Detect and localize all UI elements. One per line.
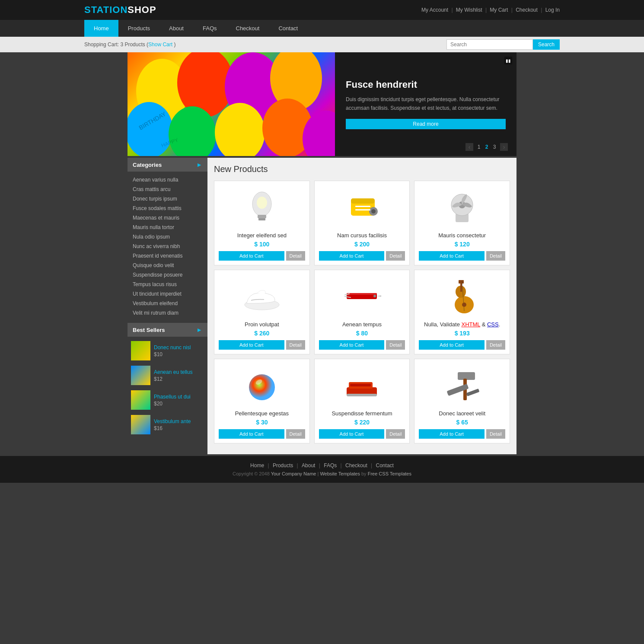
add-to-cart-button[interactable]: Add to Cart (219, 340, 284, 350)
add-to-cart-button[interactable]: Add to Cart (419, 251, 485, 261)
product-image (219, 363, 305, 407)
footer-link-contact[interactable]: Contact (376, 462, 394, 469)
slider-description: Duis dignissim tincidunt turpis eget pel… (346, 96, 506, 112)
detail-button[interactable]: Detail (286, 429, 305, 439)
category-link[interactable]: Nula odio ipsum (128, 232, 207, 242)
category-item: Tempus lacus risus (128, 280, 207, 289)
svg-rect-26 (347, 293, 377, 295)
nav-faqs[interactable]: FAQs (193, 20, 226, 37)
free-css-link[interactable]: Free CSS Templates (368, 471, 411, 476)
my-account-link[interactable]: My Account (421, 7, 448, 13)
bestseller-thumb (131, 341, 150, 360)
svg-rect-42 (347, 394, 377, 396)
toolbar: Shopping Cart: 3 Products (Show Cart ) S… (0, 37, 644, 52)
product-price: $ 260 (219, 330, 305, 337)
bestseller-info: Phasellus ut dui $20 (154, 394, 191, 407)
product-actions: Add to Cart Detail (219, 429, 305, 439)
category-link[interactable]: Nunc ac viverra nibh (128, 242, 207, 251)
category-item: Praesent id venenatis (128, 251, 207, 261)
detail-button[interactable]: Detail (486, 340, 505, 350)
add-to-cart-button[interactable]: Add to Cart (219, 429, 284, 439)
detail-button[interactable]: Detail (286, 340, 305, 350)
detail-button[interactable]: Detail (486, 251, 505, 261)
templates-link[interactable]: Website Templates (320, 471, 360, 476)
nav-products[interactable]: Products (118, 20, 159, 37)
login-link[interactable]: Log In (545, 7, 560, 13)
bestseller-name[interactable]: Phasellus ut dui (154, 394, 191, 400)
detail-button[interactable]: Detail (386, 340, 405, 350)
products-area: New Products Integer eleifend sed $ 100 … (207, 158, 516, 454)
bestseller-name[interactable]: Aenean eu tellus (154, 369, 192, 375)
product-actions: Add to Cart Detail (319, 429, 405, 439)
footer-link-about[interactable]: About (302, 462, 315, 469)
slider-dot-2[interactable]: 2 (484, 144, 490, 150)
checkout-header-link[interactable]: Checkout (516, 7, 538, 13)
slider-dot-3[interactable]: 3 (491, 144, 497, 150)
add-to-cart-button[interactable]: Add to Cart (319, 340, 385, 350)
product-actions: Add to Cart Detail (219, 251, 305, 261)
detail-button[interactable]: Detail (286, 251, 305, 261)
footer-link-home[interactable]: Home (250, 462, 264, 469)
product-image (219, 185, 305, 229)
bestsellers-list: Donec nunc nisl $10 Aenean eu tellus $12… (128, 337, 207, 444)
footer-link-checkout[interactable]: Checkout (345, 462, 367, 469)
detail-button[interactable]: Detail (386, 251, 405, 261)
product-card: Suspendisse fermentum $ 220 Add to Cart … (314, 359, 410, 443)
product-actions: Add to Cart Detail (219, 340, 305, 350)
add-to-cart-button[interactable]: Add to Cart (319, 429, 385, 439)
footer-link-products[interactable]: Products (273, 462, 293, 469)
detail-button[interactable]: Detail (486, 429, 505, 439)
bestseller-info: Vestibulum ante $16 (154, 418, 191, 431)
category-link[interactable]: Tempus lacus risus (128, 280, 207, 289)
product-name: Nam cursus facilisis (319, 232, 405, 239)
slider-dot-1[interactable]: 1 (476, 144, 482, 150)
category-link[interactable]: Donec turpis ipsum (128, 194, 207, 204)
category-item: Suspendisse posuere (128, 270, 207, 280)
footer-link-faqs[interactable]: FAQs (324, 462, 337, 469)
category-link[interactable]: Ut tincidunt imperdiet (128, 289, 207, 299)
show-cart-link[interactable]: Show Cart (148, 41, 172, 48)
read-more-button[interactable]: Read more (346, 119, 506, 129)
detail-button[interactable]: Detail (386, 429, 405, 439)
category-link[interactable]: Vestibulum eleifend (128, 299, 207, 308)
product-actions: Add to Cart Detail (419, 340, 505, 350)
my-cart-link[interactable]: My Cart (490, 7, 508, 13)
categories-box: Categories ► Aenean varius nullaCras mat… (128, 158, 207, 321)
add-to-cart-button[interactable]: Add to Cart (419, 429, 485, 439)
product-price: $ 220 (319, 419, 405, 426)
category-link[interactable]: Praesent id venenatis (128, 251, 207, 261)
slider-next-arrow[interactable]: › (500, 143, 508, 151)
slider-pause-button[interactable]: ▮▮ (504, 57, 512, 64)
my-wishlist-link[interactable]: My Wishlist (456, 7, 482, 13)
bestseller-price: $16 (154, 425, 163, 431)
category-link[interactable]: Cras mattis arcu (128, 185, 207, 194)
company-link[interactable]: Your Company Name (271, 471, 316, 476)
category-item: Cras mattis arcu (128, 185, 207, 194)
category-link[interactable]: Maecenas et mauris (128, 213, 207, 223)
search-input[interactable] (446, 39, 533, 50)
category-link[interactable]: Quisque odio velit (128, 261, 207, 270)
category-link[interactable]: Suspendisse posuere (128, 270, 207, 280)
category-link[interactable]: Aenean varius nulla (128, 175, 207, 185)
product-price: $ 30 (219, 419, 305, 426)
nav-home[interactable]: Home (84, 20, 118, 37)
category-link[interactable]: Mauris nulla tortor (128, 223, 207, 232)
category-link[interactable]: Velit mi rutrum diam (128, 308, 207, 318)
nav-checkout[interactable]: Checkout (226, 20, 269, 37)
add-to-cart-button[interactable]: Add to Cart (219, 251, 284, 261)
logo-station: STATION (84, 4, 128, 15)
bestseller-name[interactable]: Vestibulum ante (154, 418, 191, 424)
nav-about[interactable]: About (159, 20, 193, 37)
add-to-cart-button[interactable]: Add to Cart (419, 340, 485, 350)
product-image (219, 274, 305, 318)
category-link[interactable]: Fusce sodales mattis (128, 204, 207, 213)
slider-prev-arrow[interactable]: ‹ (465, 143, 473, 151)
category-item: Mauris nulla tortor (128, 223, 207, 232)
svg-point-30 (373, 295, 376, 297)
search-button[interactable]: Search (533, 39, 560, 50)
nav-contact[interactable]: Contact (269, 20, 307, 37)
slider-content: ▮▮ Fusce hendrerit Duis dignissim tincid… (335, 52, 516, 156)
svg-point-14 (257, 197, 267, 209)
bestseller-name[interactable]: Donec nunc nisl (154, 344, 191, 351)
add-to-cart-button[interactable]: Add to Cart (319, 251, 385, 261)
